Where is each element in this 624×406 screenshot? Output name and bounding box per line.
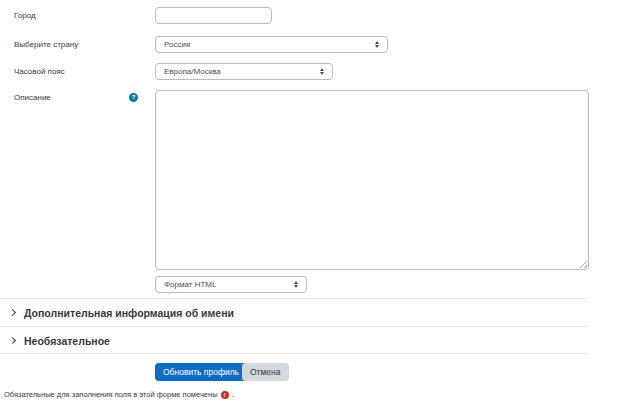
section-divider xyxy=(0,298,587,299)
required-note-text: Обязательные для заполнения поля в этой … xyxy=(4,389,218,400)
resize-handle-icon[interactable] xyxy=(579,260,587,268)
city-input[interactable] xyxy=(155,7,272,24)
update-profile-button[interactable]: Обновить профиль xyxy=(155,363,247,381)
chevron-right-icon xyxy=(9,309,16,316)
timezone-select-value: Европа/Москва xyxy=(164,67,221,76)
section-additional-names[interactable]: Дополнительная информация об имени xyxy=(0,300,587,325)
format-select[interactable]: Формат HTML xyxy=(155,276,307,293)
section-title: Дополнительная информация об имени xyxy=(24,307,234,319)
select-arrows-icon xyxy=(320,68,324,75)
cancel-button[interactable]: Отмена xyxy=(242,363,289,381)
section-optional[interactable]: Необязательное xyxy=(0,328,587,353)
help-icon[interactable]: ? xyxy=(129,93,138,102)
required-note-suffix: . xyxy=(232,389,234,400)
profile-edit-form: Город Выберите страну Россия Часовой поя… xyxy=(0,0,624,406)
description-label: Описание xyxy=(14,91,51,104)
timezone-label: Часовой пояс xyxy=(14,65,65,78)
country-label: Выберите страну xyxy=(14,38,78,51)
city-label: Город xyxy=(14,9,36,22)
country-select[interactable]: Россия xyxy=(155,36,388,53)
timezone-select[interactable]: Европа/Москва xyxy=(155,63,333,80)
country-select-value: Россия xyxy=(164,40,190,49)
description-editor[interactable] xyxy=(155,90,589,270)
chevron-right-icon xyxy=(9,337,16,344)
select-arrows-icon xyxy=(375,41,379,48)
section-divider xyxy=(0,326,587,327)
section-divider xyxy=(0,353,587,354)
format-select-value: Формат HTML xyxy=(164,280,216,289)
select-arrows-icon xyxy=(294,281,298,288)
required-fields-note: Обязательные для заполнения поля в этой … xyxy=(4,389,234,400)
section-title: Необязательное xyxy=(24,335,110,347)
required-icon: ! xyxy=(221,391,229,399)
